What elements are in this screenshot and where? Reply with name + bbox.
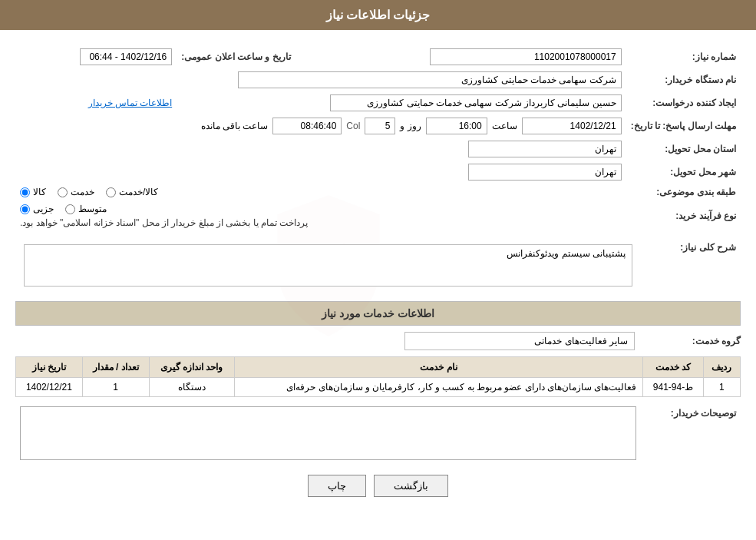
response-time-label: ساعت: [492, 121, 517, 131]
response-days-label: روز و: [400, 121, 421, 131]
category-kala-option[interactable]: کالا: [20, 187, 46, 197]
service-group-label: گروه خدمت:: [641, 336, 741, 346]
col-label: Col: [346, 121, 360, 131]
service-group-input: سایر فعالیت‌های خدماتی: [404, 332, 635, 350]
table-row: ایجاد کننده درخواست: حسین سلیمانی کاربرد…: [15, 91, 741, 114]
cell-row: 1: [703, 378, 740, 397]
response-deadline-value: 1402/12/21 ساعت 16:00 روز و 5 Col 08:46:…: [15, 114, 626, 137]
city-input: تهران: [468, 164, 622, 181]
response-deadline-label: مهلت ارسال پاسخ: تا تاریخ:: [626, 114, 741, 137]
table-row: شماره نیاز: 1102001078000017 تاریخ و ساع…: [15, 45, 741, 68]
need-desc-label: شرح کلی نیاز:: [641, 237, 741, 293]
cell-name: فعالیت‌های سازمان‌های دارای عضو مربوط به…: [234, 378, 643, 397]
category-kala-label: کالا: [33, 187, 46, 197]
col-header-code: کد خدمت: [643, 357, 703, 378]
service-group-row: گروه خدمت: سایر فعالیت‌های خدماتی: [15, 332, 741, 350]
buyer-org-value: شرکت سهامی خدمات حمایتی کشاورزی: [15, 68, 626, 91]
need-number-input: 1102001078000017: [430, 48, 622, 65]
province-input: تهران: [468, 141, 622, 157]
cell-date: 1402/12/21: [16, 378, 83, 397]
buttons-row: بازگشت چاپ: [15, 475, 741, 497]
category-kala-khadamat-option[interactable]: کالا/خدمت: [106, 187, 158, 197]
category-khadamat-radio[interactable]: [58, 187, 68, 197]
response-remaining-label: ساعت باقی مانده: [201, 121, 269, 131]
print-button[interactable]: چاپ: [308, 475, 366, 497]
col-header-name: نام خدمت: [234, 357, 643, 378]
cell-code: ط-94-941: [643, 378, 703, 397]
need-number-label: شماره نیاز:: [626, 45, 741, 68]
response-time-input: 16:00: [426, 118, 487, 134]
contact-link-cell: اطلاعات تماس خریدار: [15, 91, 177, 114]
need-number-value: 1102001078000017: [306, 45, 626, 68]
buyer-desc-textarea[interactable]: [20, 406, 636, 460]
col-header-date: تاریخ نیاز: [16, 357, 83, 378]
category-khadamat-option[interactable]: خدمت: [58, 187, 94, 197]
category-kala-khadamat-radio[interactable]: [106, 187, 116, 197]
cell-count: 1: [82, 378, 149, 397]
response-days-input: 5: [365, 118, 395, 134]
announce-date-value: 1402/12/16 - 06:44: [15, 45, 177, 68]
purchase-motawaset-radio[interactable]: [65, 204, 75, 214]
buyer-desc-value: [15, 403, 641, 463]
page-header: جزئیات اطلاعات نیاز: [0, 0, 756, 30]
table-row: توصیحات خریدار:: [15, 403, 741, 463]
services-table-body: 1 ط-94-941 فعالیت‌های سازمان‌های دارای ع…: [16, 378, 741, 397]
purchase-jozi-label: جزیی: [33, 204, 54, 214]
col-header-unit: واحد اندازه گیری: [149, 357, 234, 378]
table-row: شهر محل تحویل: تهران: [15, 161, 741, 184]
contact-link[interactable]: اطلاعات تماس خریدار: [88, 98, 173, 108]
purchase-type-value: متوسط جزیی پرداخت تمام یا بخشی از مبلغ خ…: [15, 200, 626, 231]
content-area: شماره نیاز: 1102001078000017 تاریخ و ساع…: [0, 41, 756, 501]
services-section-header: اطلاعات خدمات مورد نیاز: [15, 301, 741, 326]
purchase-motawaset-option[interactable]: متوسط: [65, 204, 107, 214]
table-row: استان محل تحویل: تهران: [15, 137, 741, 161]
category-kala-radio[interactable]: [20, 187, 30, 197]
province-value: تهران: [15, 137, 626, 161]
announce-date-input: 1402/12/16 - 06:44: [80, 48, 172, 65]
col-header-row: ردیف: [703, 357, 740, 378]
buyer-org-label: نام دستگاه خریدار:: [626, 68, 741, 91]
purchase-motawaset-label: متوسط: [78, 204, 107, 214]
need-desc-input: پشتیبانی سیستم ویدئوکنفرانس: [24, 244, 632, 287]
category-label: طبقه بندی موضوعی:: [626, 184, 741, 200]
response-remaining-input: 08:46:40: [272, 118, 342, 134]
purchase-jozi-option[interactable]: جزیی: [20, 204, 54, 214]
creator-label: ایجاد کننده درخواست:: [626, 91, 741, 114]
province-label: استان محل تحویل:: [626, 137, 741, 161]
creator-input: حسین سلیمانی کاربرداز شرکت سهامی خدمات ح…: [330, 94, 622, 111]
services-table: ردیف کد خدمت نام خدمت واحد اندازه گیری ت…: [15, 356, 741, 397]
page-title: جزئیات اطلاعات نیاز: [326, 8, 431, 22]
buyer-desc-table: توصیحات خریدار:: [15, 403, 741, 463]
col-header-count: تعداد / مقدار: [82, 357, 149, 378]
city-label: شهر محل تحویل:: [626, 161, 741, 184]
category-khadamat-label: خدمت: [71, 187, 94, 197]
purchase-jozi-radio[interactable]: [20, 204, 30, 214]
purchase-notice: پرداخت تمام یا بخشی از مبلغ خریدار از مح…: [20, 217, 308, 228]
table-row: طبقه بندی موضوعی: کالا/خدمت خدمت کالا: [15, 184, 741, 200]
need-desc-text: پشتیبانی سیستم ویدئوکنفرانس: [507, 248, 626, 259]
table-row: نام دستگاه خریدار: شرکت سهامی خدمات حمای…: [15, 68, 741, 91]
table-row: 1 ط-94-941 فعالیت‌های سازمان‌های دارای ع…: [16, 378, 741, 397]
announce-date-label: تاریخ و ساعت اعلان عمومی:: [177, 45, 305, 68]
back-button[interactable]: بازگشت: [374, 475, 448, 497]
table-row: مهلت ارسال پاسخ: تا تاریخ: 1402/12/21 سا…: [15, 114, 741, 137]
creator-value: حسین سلیمانی کاربرداز شرکت سهامی خدمات ح…: [177, 91, 626, 114]
table-header-row: ردیف کد خدمت نام خدمت واحد اندازه گیری ت…: [16, 357, 741, 378]
table-row: نوع فرآیند خرید: متوسط جزیی: [15, 200, 741, 231]
services-table-header: ردیف کد خدمت نام خدمت واحد اندازه گیری ت…: [16, 357, 741, 378]
buyer-desc-label: توصیحات خریدار:: [641, 403, 741, 463]
page-container: جزئیات اطلاعات نیاز شماره نیاز: 11020010…: [0, 0, 756, 540]
buyer-org-input: شرکت سهامی خدمات حمایتی کشاورزی: [238, 71, 622, 88]
need-desc-value: پشتیبانی سیستم ویدئوکنفرانس: [15, 237, 641, 293]
category-kala-khadamat-label: کالا/خدمت: [119, 187, 158, 197]
need-desc-table: شرح کلی نیاز: پشتیبانی سیستم ویدئوکنفران…: [15, 237, 741, 293]
response-date-input: 1402/12/21: [522, 118, 622, 134]
cell-unit: دستگاه: [149, 378, 234, 397]
category-value: کالا/خدمت خدمت کالا: [15, 184, 626, 200]
city-value: تهران: [15, 161, 626, 184]
info-table: شماره نیاز: 1102001078000017 تاریخ و ساع…: [15, 45, 741, 231]
purchase-type-label: نوع فرآیند خرید:: [626, 200, 741, 231]
table-row: شرح کلی نیاز: پشتیبانی سیستم ویدئوکنفران…: [15, 237, 741, 293]
